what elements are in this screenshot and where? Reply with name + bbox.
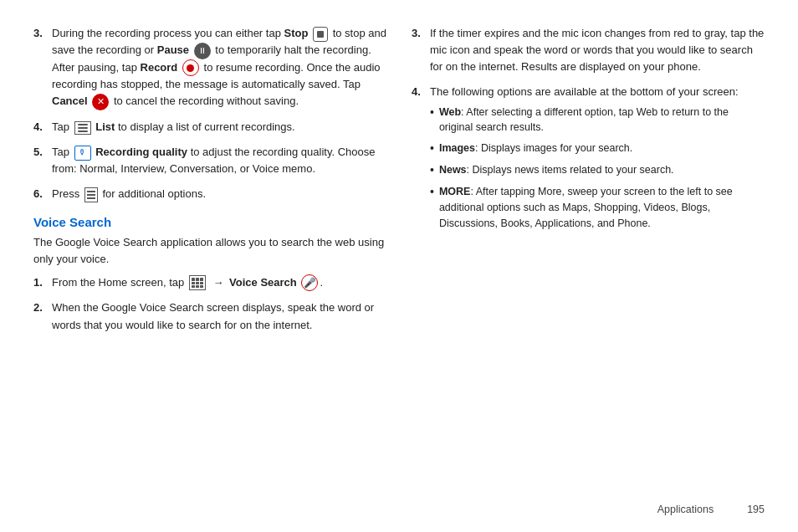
- arrow-icon: →: [212, 276, 223, 289]
- list-item-5: 5. Tap 🎙 Recording quality to adjust the…: [33, 144, 386, 177]
- voice-step-2-number: 2.: [33, 299, 52, 333]
- page-container: 3. During the recording process you can …: [0, 0, 798, 532]
- item-6-content: Press for additional options.: [52, 186, 386, 202]
- bullet-more: MORE: After tapping More, sweep your scr…: [430, 184, 765, 231]
- bullet-web: Web: After selecting a different option,…: [430, 105, 765, 136]
- record-label: Record: [141, 61, 178, 74]
- right-item-4-content: The following options are available at t…: [430, 84, 765, 236]
- voice-search-intro: The Google Voice Search application allo…: [33, 234, 386, 268]
- more-label: MORE: [439, 186, 471, 197]
- list-item-6: 6. Press for additional options.: [33, 186, 386, 202]
- options-bullet-list: Web: After selecting a different option,…: [430, 105, 765, 232]
- footer: Applications 195: [657, 504, 765, 515]
- left-column: 3. During the recording process you can …: [33, 25, 386, 515]
- right-item-3-number: 3.: [412, 25, 430, 75]
- voice-step-1-number: 1.: [33, 274, 52, 292]
- cancel-label: Cancel: [52, 95, 88, 107]
- voice-search-label: Voice Search: [229, 276, 297, 289]
- footer-label: Applications: [657, 504, 714, 515]
- pause-icon: [194, 43, 211, 59]
- item-4-content: Tap List to display a list of current re…: [52, 119, 386, 136]
- images-label: Images: [439, 142, 475, 154]
- voice-step-2: 2. When the Google Voice Search screen d…: [33, 299, 386, 333]
- item-5-content: Tap 🎙 Recording quality to adjust the re…: [52, 144, 386, 177]
- right-item-4: 4. The following options are available a…: [412, 84, 765, 236]
- footer-page: 195: [747, 504, 765, 515]
- left-numbered-list: 3. During the recording process you can …: [33, 25, 386, 203]
- web-label: Web: [439, 106, 461, 118]
- item-4-number: 4.: [33, 119, 52, 136]
- voice-step-1: 1. From the Home screen, tap → Voice Sea…: [33, 274, 386, 292]
- item-6-number: 6.: [33, 186, 52, 202]
- bullet-news: News: Displays news items related to you…: [430, 162, 765, 179]
- cancel-icon: [92, 94, 109, 110]
- item-3-number: 3.: [33, 25, 52, 110]
- voice-search-steps: 1. From the Home screen, tap → Voice Sea…: [33, 274, 386, 334]
- record-icon: [182, 59, 199, 76]
- list-item-3: 3. During the recording process you can …: [33, 25, 386, 110]
- right-item-3: 3. If the timer expires and the mic icon…: [412, 25, 765, 75]
- right-numbered-list: 3. If the timer expires and the mic icon…: [412, 25, 765, 236]
- news-label: News: [439, 164, 467, 176]
- stop-icon: [313, 27, 328, 42]
- bullet-images: Images: Displays images for your search.: [430, 141, 765, 157]
- mic-icon: 🎤: [301, 274, 318, 291]
- stop-label: Stop: [284, 27, 309, 39]
- list-label: List: [95, 120, 115, 133]
- item-5-number: 5.: [33, 144, 52, 177]
- voice-step-1-content: From the Home screen, tap → Voice Search…: [52, 274, 386, 292]
- voice-search-heading: Voice Search: [33, 215, 386, 229]
- rec-quality-icon: 🎙: [74, 146, 91, 161]
- right-item-3-content: If the timer expires and the mic icon ch…: [430, 25, 765, 75]
- list-icon: [74, 121, 91, 135]
- item-3-content: During the recording process you can eit…: [52, 25, 386, 110]
- recording-quality-label: Recording quality: [95, 146, 187, 158]
- list-item-4: 4. Tap List to display a list of current…: [33, 119, 386, 136]
- right-column: 3. If the timer expires and the mic icon…: [412, 25, 765, 515]
- grid-icon: [189, 275, 206, 290]
- voice-step-2-content: When the Google Voice Search screen disp…: [52, 299, 386, 333]
- pause-label: Pause: [157, 43, 189, 56]
- right-item-4-number: 4.: [412, 84, 430, 236]
- menu-icon: [84, 187, 98, 202]
